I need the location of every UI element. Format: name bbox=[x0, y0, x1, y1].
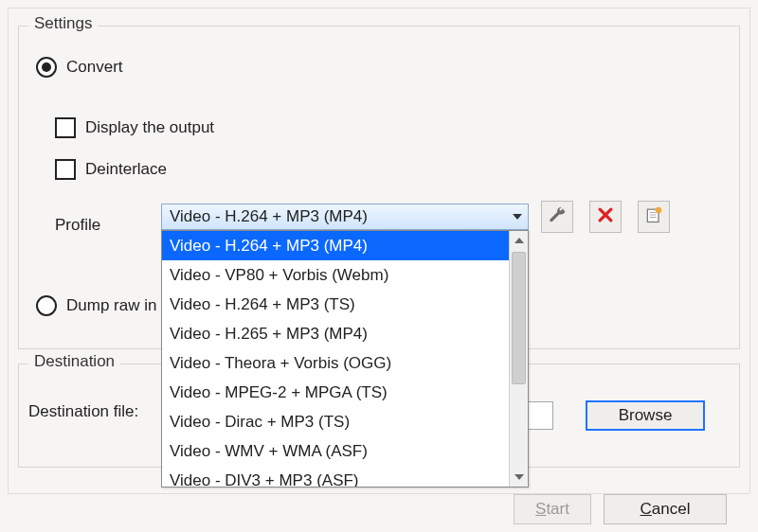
deinterlace-label: Deinterlace bbox=[85, 160, 167, 179]
profile-option[interactable]: Video - H.264 + MP3 (TS) bbox=[162, 290, 509, 319]
profile-option[interactable]: Video - DIV3 + MP3 (ASF) bbox=[162, 466, 509, 487]
chevron-down-icon bbox=[513, 214, 522, 220]
profile-option-list: Video - H.264 + MP3 (MP4) Video - VP80 +… bbox=[162, 231, 509, 487]
checkbox-indicator bbox=[55, 159, 76, 180]
cancel-button[interactable]: Cancel bbox=[604, 494, 727, 524]
profile-label: Profile bbox=[55, 216, 100, 235]
checkbox-indicator bbox=[55, 117, 76, 138]
wrench-icon bbox=[548, 205, 567, 229]
browse-button[interactable]: Browse bbox=[586, 400, 705, 431]
start-button-label: Start bbox=[535, 500, 569, 519]
dump-raw-radio[interactable]: Dump raw in bbox=[36, 295, 156, 316]
scroll-down-icon[interactable] bbox=[510, 468, 528, 487]
cancel-button-label: Cancel bbox=[641, 500, 691, 519]
start-button[interactable]: Start bbox=[514, 494, 591, 524]
profile-option[interactable]: Video - H.265 + MP3 (MP4) bbox=[162, 319, 509, 348]
profile-option[interactable]: Video - H.264 + MP3 (MP4) bbox=[162, 231, 509, 260]
display-output-checkbox[interactable]: Display the output bbox=[55, 117, 214, 138]
profile-option[interactable]: Video - WMV + WMA (ASF) bbox=[162, 436, 509, 466]
dropdown-scrollbar[interactable] bbox=[509, 231, 528, 487]
browse-button-label: Browse bbox=[619, 406, 673, 425]
display-output-label: Display the output bbox=[85, 118, 214, 137]
radio-indicator bbox=[36, 57, 57, 78]
convert-radio[interactable]: Convert bbox=[36, 57, 123, 78]
settings-legend: Settings bbox=[28, 14, 98, 33]
edit-profile-button[interactable] bbox=[541, 201, 573, 233]
radio-indicator bbox=[36, 295, 57, 316]
dump-raw-label: Dump raw in bbox=[66, 296, 156, 315]
destination-legend: Destination bbox=[28, 352, 120, 371]
profile-option[interactable]: Video - Dirac + MP3 (TS) bbox=[162, 407, 509, 436]
profile-combobox[interactable]: Video - H.264 + MP3 (MP4) bbox=[161, 204, 529, 230]
scroll-up-icon[interactable] bbox=[510, 231, 528, 250]
new-profile-icon bbox=[644, 205, 663, 229]
new-profile-button[interactable] bbox=[638, 201, 670, 233]
deinterlace-checkbox[interactable]: Deinterlace bbox=[55, 159, 167, 180]
convert-radio-label: Convert bbox=[66, 58, 123, 77]
profile-option[interactable]: Video - MPEG-2 + MPGA (TS) bbox=[162, 378, 509, 407]
profile-dropdown-listbox[interactable]: Video - H.264 + MP3 (MP4) Video - VP80 +… bbox=[161, 230, 529, 488]
delete-profile-button[interactable] bbox=[589, 201, 622, 233]
delete-icon bbox=[596, 205, 615, 229]
profile-option[interactable]: Video - Theora + Vorbis (OGG) bbox=[162, 348, 509, 378]
scroll-thumb[interactable] bbox=[512, 252, 526, 384]
profile-option[interactable]: Video - VP80 + Vorbis (Webm) bbox=[162, 260, 509, 290]
destination-file-label: Destination file: bbox=[28, 402, 138, 421]
svg-point-4 bbox=[656, 206, 662, 213]
profile-selected-value: Video - H.264 + MP3 (MP4) bbox=[170, 207, 368, 226]
